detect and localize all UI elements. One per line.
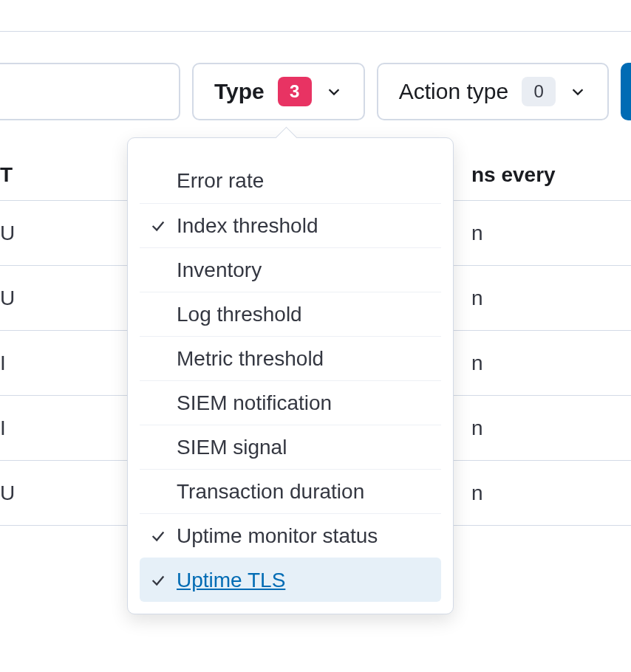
type-filter-option-label: SIEM signal xyxy=(177,436,287,459)
type-filter-option-label: Transaction duration xyxy=(177,480,364,504)
type-filter-option-label: SIEM notification xyxy=(177,391,332,415)
filter-action-type-label: Action type xyxy=(399,79,508,104)
type-filter-option-list: Error rateIndex thresholdInventoryLog th… xyxy=(140,159,441,602)
check-icon xyxy=(146,218,171,234)
chevron-down-icon xyxy=(569,83,587,100)
filter-type-label: Type xyxy=(214,79,265,104)
filter-bar: Type 3 Action type 0 xyxy=(0,32,631,120)
type-filter-option-label: Inventory xyxy=(177,258,262,282)
type-filter-option[interactable]: Log threshold xyxy=(140,292,441,336)
table-cell: n xyxy=(471,481,631,505)
table-cell: n xyxy=(471,352,631,375)
filter-button-action-type[interactable]: Action type 0 xyxy=(377,63,609,120)
type-filter-option-label: Metric threshold xyxy=(177,347,324,371)
filter-action-type-count-badge: 0 xyxy=(522,77,556,106)
table-header-col-0: T xyxy=(0,163,112,187)
type-filter-option[interactable]: Uptime TLS xyxy=(140,558,441,602)
type-filter-option[interactable]: SIEM notification xyxy=(140,380,441,425)
table-cell: n xyxy=(471,287,631,310)
type-filter-option[interactable]: Error rate xyxy=(140,159,441,203)
type-filter-option[interactable]: Uptime monitor status xyxy=(140,513,441,558)
table-cell: I xyxy=(0,416,112,440)
type-filter-option-label: Index threshold xyxy=(177,214,318,238)
table-cell: n xyxy=(471,416,631,440)
type-filter-option-label: Log threshold xyxy=(177,303,302,326)
type-filter-option[interactable]: Metric threshold xyxy=(140,336,441,380)
check-icon xyxy=(146,572,171,589)
table-cell: I xyxy=(0,352,112,375)
type-filter-option-label: Uptime TLS xyxy=(177,569,285,592)
filter-button-type[interactable]: Type 3 xyxy=(192,63,365,120)
table-cell: n xyxy=(471,222,631,245)
chevron-down-icon xyxy=(325,83,343,100)
filter-button-unknown[interactable] xyxy=(0,63,180,120)
check-icon xyxy=(146,528,171,544)
type-filter-dropdown: Error rateIndex thresholdInventoryLog th… xyxy=(127,137,454,614)
primary-button-edge[interactable] xyxy=(621,63,631,120)
type-filter-option[interactable]: Inventory xyxy=(140,247,441,292)
table-header-col-2: ns every xyxy=(471,163,631,187)
type-filter-option[interactable]: Transaction duration xyxy=(140,469,441,513)
type-filter-option[interactable]: Index threshold xyxy=(140,203,441,247)
type-filter-option-label: Uptime monitor status xyxy=(177,524,378,548)
table-cell: U xyxy=(0,481,112,505)
table-cell: U xyxy=(0,222,112,245)
filter-type-count-badge: 3 xyxy=(278,77,312,106)
type-filter-option-label: Error rate xyxy=(177,169,264,193)
table-cell: U xyxy=(0,287,112,310)
type-filter-option[interactable]: SIEM signal xyxy=(140,425,441,469)
